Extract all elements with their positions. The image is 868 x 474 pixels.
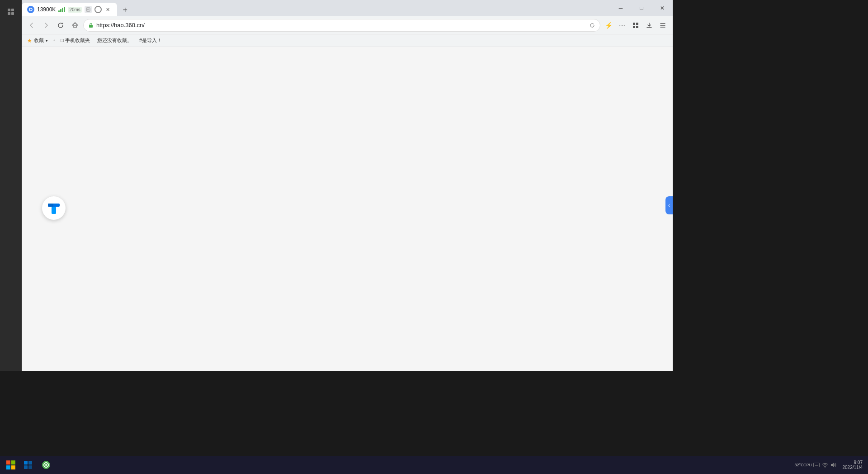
svg-rect-27 <box>24 465 28 469</box>
svg-rect-21 <box>6 460 10 465</box>
svg-rect-24 <box>11 465 15 469</box>
tab-close-button[interactable]: ✕ <box>104 6 112 13</box>
star-icon: ★ <box>27 38 32 44</box>
close-button[interactable]: ✕ <box>652 0 673 16</box>
svg-rect-23 <box>6 465 10 469</box>
teamviewer-svg <box>46 200 62 216</box>
reload-button[interactable] <box>54 19 67 32</box>
home-button[interactable] <box>69 19 81 32</box>
tab-strip: 13900K 20ms <box>22 0 610 16</box>
svg-marker-38 <box>831 463 834 467</box>
more-button[interactable]: ⋯ <box>616 19 628 32</box>
clock-date: 2022/11/4 <box>843 465 863 470</box>
svg-rect-10 <box>89 25 93 28</box>
svg-rect-32 <box>813 463 819 467</box>
tab-latency: 20ms <box>68 7 81 13</box>
bookmark-dropdown-icon: ▾ <box>46 38 48 43</box>
grid-button[interactable] <box>629 19 642 32</box>
svg-rect-22 <box>11 460 15 465</box>
lightning-button[interactable]: ⚡ <box>602 19 615 32</box>
address-bar[interactable]: https://hao.360.cn/ <box>83 19 600 32</box>
browser-window: 13900K 20ms <box>22 0 673 371</box>
url-display: https://hao.360.cn/ <box>96 22 586 28</box>
store-svg-icon <box>23 460 33 470</box>
tab-badge <box>85 6 92 13</box>
svg-rect-20 <box>52 207 56 214</box>
lock-icon <box>88 23 94 28</box>
security-svg-icon <box>41 460 51 470</box>
svg-rect-0 <box>8 9 10 11</box>
left-sidebar <box>0 0 22 371</box>
bookmark-import[interactable]: #是导入！ <box>137 36 164 45</box>
cpu-label: CPU <box>804 461 811 469</box>
system-tray: 32°C CPU <box>794 461 839 469</box>
page-content: ‹ <box>22 47 673 371</box>
address-reload-icon <box>589 22 595 28</box>
volume-icon[interactable] <box>830 461 837 469</box>
bookmark-mobile[interactable]: □ 手机收藏夹 <box>59 36 92 45</box>
svg-rect-1 <box>11 9 14 11</box>
bookmark-label-1: □ 手机收藏夹 <box>61 37 90 44</box>
start-button[interactable] <box>4 458 18 472</box>
taskbar-store-icon[interactable] <box>20 457 36 473</box>
window-controls: ─ □ ✕ <box>610 0 673 16</box>
taskbar-security-icon[interactable] <box>38 457 54 473</box>
bookmark-label-0: 收藏 <box>34 37 44 44</box>
maximize-button[interactable]: □ <box>631 0 652 16</box>
active-tab[interactable]: 13900K 20ms <box>22 3 117 16</box>
separator-1: • <box>53 38 55 44</box>
svg-rect-28 <box>28 465 32 469</box>
temp-value: 32°C <box>794 463 803 467</box>
teamviewer-icon[interactable] <box>42 196 66 220</box>
svg-rect-3 <box>11 12 14 15</box>
menu-button[interactable] <box>656 19 669 32</box>
keyboard-icon[interactable] <box>813 461 820 469</box>
svg-rect-9 <box>74 25 76 28</box>
sidebar-icon-1[interactable] <box>3 4 19 20</box>
bookmark-label-2: 您还没有收藏。 <box>97 37 132 44</box>
toolbar-right: ⚡ ⋯ <box>602 19 669 32</box>
side-panel-icon: ‹ <box>668 202 670 209</box>
svg-point-4 <box>28 7 33 12</box>
tab-title: 13900K <box>37 6 56 13</box>
new-tab-button[interactable]: + <box>119 4 132 16</box>
svg-rect-6 <box>86 8 90 11</box>
svg-rect-2 <box>8 12 10 15</box>
svg-rect-13 <box>633 26 635 28</box>
svg-rect-12 <box>636 23 638 25</box>
clock-display[interactable]: 9:07 2022/11/4 <box>841 460 865 470</box>
svg-point-31 <box>45 464 47 466</box>
side-panel-button[interactable]: ‹ <box>665 196 673 214</box>
temperature-display: 32°C <box>796 461 803 469</box>
tab-favicon <box>27 6 34 13</box>
svg-point-37 <box>825 467 826 468</box>
clock-time: 9:07 <box>854 460 863 465</box>
download-button[interactable] <box>643 19 656 32</box>
forward-button[interactable] <box>40 19 52 32</box>
bookmark-label-3: #是导入！ <box>139 37 162 44</box>
svg-rect-14 <box>636 26 638 28</box>
title-bar: 13900K 20ms <box>22 0 673 16</box>
back-button[interactable] <box>25 19 38 32</box>
bookmarks-bar: ★ 收藏 ▾ • □ 手机收藏夹 您还没有收藏。 #是导入！ <box>22 34 673 47</box>
svg-rect-25 <box>24 461 28 465</box>
bookmark-empty[interactable]: 您还没有收藏。 <box>95 36 134 45</box>
tab-ping <box>58 7 65 12</box>
wifi-icon[interactable] <box>821 461 829 469</box>
toolbar: https://hao.360.cn/ ⚡ ⋯ <box>22 16 673 34</box>
windows-logo-icon <box>6 460 16 470</box>
svg-rect-26 <box>28 461 32 465</box>
tab-globe-icon <box>94 6 102 13</box>
svg-rect-11 <box>633 23 635 25</box>
bookmark-star[interactable]: ★ 收藏 ▾ <box>25 36 50 45</box>
minimize-button[interactable]: ─ <box>610 0 631 16</box>
taskbar: 32°C CPU <box>0 456 868 474</box>
